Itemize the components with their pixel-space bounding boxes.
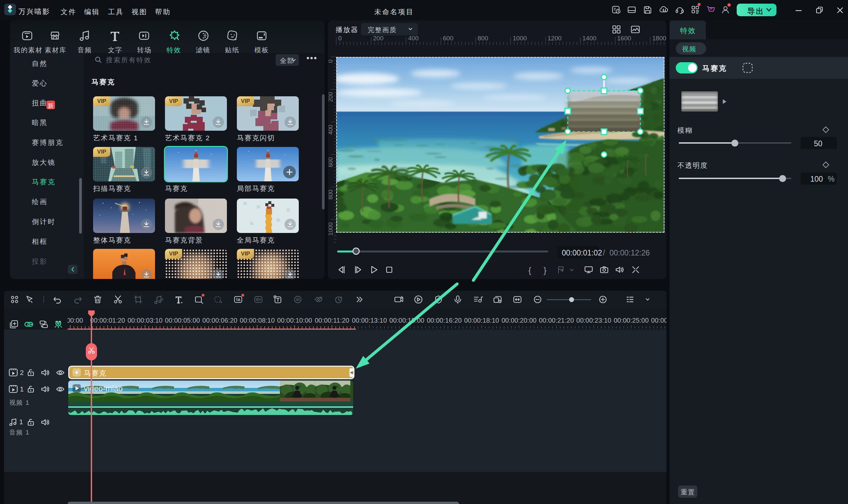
- svg-text:1200: 1200: [548, 36, 561, 42]
- svg-text:00:00:15:00: 00:00:15:00: [389, 317, 424, 324]
- svg-text:00:00:23:10: 00:00:23:10: [576, 317, 611, 324]
- svg-text:00:00:01:20: 00:00:01:20: [90, 317, 125, 324]
- svg-text:00:00:18:10: 00:00:18:10: [464, 317, 499, 324]
- svg-text:00:00:21:20: 00:00:21:20: [539, 317, 574, 324]
- svg-text:00:00:16:20: 00:00:16:20: [427, 317, 462, 324]
- svg-text:800: 800: [478, 36, 488, 42]
- svg-text:00:00:20:00: 00:00:20:00: [502, 317, 537, 324]
- svg-text:00:00:13:10: 00:00:13:10: [352, 317, 387, 324]
- svg-text:1000: 1000: [513, 36, 527, 42]
- svg-text:00:00:06:20: 00:00:06:20: [202, 317, 238, 324]
- svg-text:200: 200: [373, 36, 384, 42]
- svg-text:00:00:08:10: 00:00:08:10: [240, 317, 275, 324]
- svg-text:00:00:26:20: 00:00:26:20: [651, 317, 667, 324]
- svg-text:1400: 1400: [582, 36, 596, 42]
- svg-text:400: 400: [408, 36, 419, 42]
- svg-text:0: 0: [338, 36, 342, 42]
- svg-text:0: 0: [329, 59, 334, 63]
- svg-text:00:00:05:00: 00:00:05:00: [165, 317, 200, 324]
- svg-text:800: 800: [329, 190, 334, 200]
- svg-text:1800: 1800: [652, 36, 666, 42]
- svg-text:400: 400: [329, 125, 334, 135]
- svg-text:600: 600: [329, 157, 334, 167]
- svg-text:TA: TA: [236, 298, 241, 302]
- svg-text:00:00:03:10: 00:00:03:10: [127, 317, 163, 324]
- svg-text:00:00:10:00: 00:00:10:00: [277, 317, 312, 324]
- svg-text:00:00:00: 00:00:00: [68, 317, 83, 324]
- svg-text:00:00:11:20: 00:00:11:20: [315, 317, 349, 324]
- svg-text:600: 600: [443, 36, 453, 42]
- svg-text:1600: 1600: [617, 36, 631, 42]
- svg-text:00:00:25:00: 00:00:25:00: [614, 317, 649, 324]
- svg-text:1000: 1000: [329, 222, 334, 236]
- svg-text:200: 200: [329, 92, 334, 102]
